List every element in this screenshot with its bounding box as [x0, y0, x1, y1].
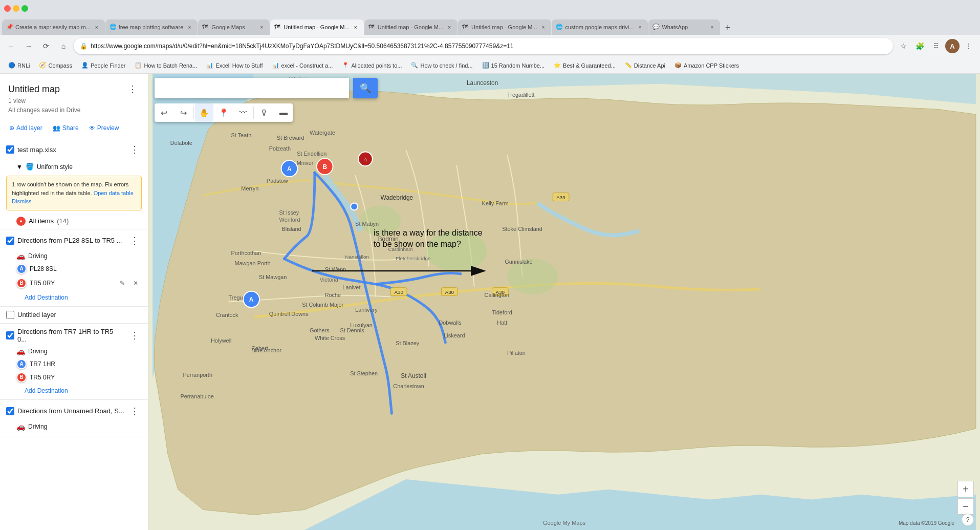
- tab-title-3: Google Maps: [211, 24, 255, 30]
- tab-whatsapp[interactable]: 💬 WhatsApp ×: [648, 19, 720, 35]
- tab-untitled-map-5[interactable]: 🗺 Untitled map - Google M... ×: [364, 19, 458, 35]
- minimize-button[interactable]: [13, 5, 19, 12]
- redo-tool-button[interactable]: ↪: [174, 103, 192, 122]
- layer-kebab-test-map[interactable]: ⋮: [127, 142, 142, 157]
- svg-marker-83: [471, 266, 486, 276]
- tab-close-7[interactable]: ×: [636, 23, 644, 31]
- add-destination-1[interactable]: Add Destination: [25, 293, 68, 302]
- svg-text:A30: A30: [445, 289, 454, 295]
- tab-close-4[interactable]: ×: [352, 23, 360, 31]
- bookmark-allocated-points[interactable]: 📍 Allocated points to...: [338, 59, 406, 72]
- forward-button[interactable]: →: [21, 39, 36, 53]
- pan-tool-button[interactable]: ✋: [195, 103, 213, 122]
- dismiss-link[interactable]: Dismiss: [12, 198, 32, 204]
- bookmark-compass[interactable]: 🧭 Compass: [35, 59, 76, 72]
- help-button[interactable]: ?: [962, 514, 974, 526]
- bookmark-distance-api[interactable]: 📏 Distance Api: [621, 59, 669, 72]
- map-kebab-menu[interactable]: ⋮: [125, 82, 140, 96]
- directions-kebab-1[interactable]: ⋮: [127, 234, 142, 248]
- add-marker-button[interactable]: 📍: [214, 103, 233, 122]
- tab-custom-maps[interactable]: 🌐 custom google maps drivi... ×: [552, 19, 648, 35]
- ruler-button[interactable]: ▬: [274, 103, 293, 122]
- directions-checkbox-3[interactable]: [6, 407, 14, 415]
- open-data-table-link[interactable]: Open data table: [94, 190, 134, 196]
- bookmark-amazon-cpp[interactable]: 📦 Amazon CPP Stickers: [670, 59, 743, 72]
- tab-favicon-1: 📌: [6, 24, 13, 31]
- annotation-arrow-svg: [312, 256, 486, 286]
- zoom-out-button[interactable]: −: [957, 498, 974, 515]
- bookmark-people-finder[interactable]: 👤 People Finder: [77, 59, 130, 72]
- tool-divider-2: [253, 107, 254, 119]
- share-button[interactable]: 👥 Share: [50, 122, 82, 134]
- zoom-in-button[interactable]: +: [957, 481, 974, 497]
- reload-button[interactable]: ⟳: [39, 39, 53, 53]
- tab-close-6[interactable]: ×: [539, 23, 547, 31]
- bookmark-favicon-compass: 🧭: [39, 62, 46, 69]
- preview-button[interactable]: 👁 Preview: [86, 122, 122, 134]
- bookmark-excel-construct[interactable]: 📊 excel - Construct a...: [268, 59, 337, 72]
- apps-button[interactable]: ⠿: [929, 39, 943, 53]
- waypoint-b-1: B TR5 0RY ✎ ✕: [0, 275, 148, 291]
- svg-text:St Mawgan: St Mawgan: [259, 274, 287, 280]
- tab-google-maps[interactable]: 🗺 Google Maps ×: [198, 19, 270, 35]
- tab-untitled-map-active[interactable]: 🗺 Untitled map - Google M... ×: [270, 19, 363, 35]
- svg-text:A: A: [287, 165, 292, 173]
- tab-close-5[interactable]: ×: [445, 23, 453, 31]
- waypoint-b-2: B TR5 0RY: [0, 371, 148, 384]
- all-items-count: (14): [57, 217, 69, 225]
- map-search-button[interactable]: 🔍: [353, 78, 378, 98]
- delete-waypoint-b-1[interactable]: ✕: [129, 277, 142, 289]
- tab-close-3[interactable]: ×: [257, 23, 266, 31]
- extensions-button[interactable]: 🧩: [912, 39, 927, 53]
- map-view-count: 1 view: [8, 97, 140, 104]
- filter-button[interactable]: ⊽: [255, 103, 273, 122]
- layer-header-test-map[interactable]: test map.xlsx ⋮: [0, 138, 148, 161]
- svg-text:St Blazey: St Blazey: [396, 340, 419, 346]
- close-button[interactable]: [4, 5, 11, 12]
- directions-header-2: Directions from TR7 1HR to TR5 0... ⋮: [0, 324, 148, 345]
- edit-waypoint-b-1[interactable]: ✎: [116, 277, 128, 289]
- tab-free-map[interactable]: 🌐 free map plotting software ×: [105, 19, 198, 35]
- toolbar-icons: ☆ 🧩 ⠿ A ⋮: [896, 39, 976, 53]
- maximize-button[interactable]: [21, 5, 28, 12]
- map-search-input[interactable]: [155, 78, 349, 98]
- bookmark-star-button[interactable]: ☆: [896, 39, 910, 53]
- omnibox[interactable]: 🔒 https://www.google.com/maps/d/u/0/edit…: [74, 38, 893, 54]
- driving-label-2: Driving: [28, 348, 47, 355]
- saved-status: All changes saved in Drive: [8, 107, 140, 114]
- untitled-layer-checkbox[interactable]: [6, 311, 14, 319]
- svg-text:Hatt: Hatt: [497, 320, 507, 326]
- back-button[interactable]: ←: [4, 39, 18, 53]
- settings-button[interactable]: ⋮: [962, 39, 976, 53]
- tab-close-2[interactable]: ×: [185, 23, 193, 31]
- bookmark-random-numbers[interactable]: 🔢 15 Random Numbe...: [478, 59, 549, 72]
- tab-close-8[interactable]: ×: [708, 23, 716, 31]
- error-box: 1 row couldn't be shown on the map. Fix …: [6, 176, 142, 210]
- waypoint-marker-a-1: A: [16, 264, 27, 274]
- profile-avatar[interactable]: A: [945, 39, 960, 53]
- map-area[interactable]: A30 A30 A30 A39 Boscastle Otterham Warbs…: [148, 74, 980, 530]
- svg-text:Mawgan Porth: Mawgan Porth: [235, 260, 271, 266]
- directions-kebab-2[interactable]: ⋮: [127, 328, 142, 343]
- directions-kebab-3[interactable]: ⋮: [127, 404, 142, 418]
- map-watermark: Google My Maps: [543, 520, 585, 526]
- directions-checkbox-1[interactable]: [6, 237, 14, 245]
- bookmark-rnli[interactable]: 🔵 RNLi: [4, 59, 34, 72]
- bookmark-batch-rename[interactable]: 📋 How to Batch Rena...: [130, 59, 201, 72]
- layer-checkbox-test-map[interactable]: [6, 145, 14, 154]
- new-tab-button[interactable]: +: [721, 20, 735, 35]
- home-button[interactable]: ⌂: [56, 39, 71, 53]
- add-destination-2[interactable]: Add Destination: [25, 386, 68, 395]
- directions-checkbox-2[interactable]: [6, 331, 14, 340]
- bookmark-excel-stuff[interactable]: 📊 Excell How to Stuff: [202, 59, 267, 72]
- tab-close-1[interactable]: ×: [93, 23, 101, 31]
- draw-line-button[interactable]: 〰: [234, 103, 252, 122]
- tab-untitled-map-6[interactable]: 🗺 Untitled map - Google M... ×: [458, 19, 551, 35]
- svg-text:Quintrell Downs: Quintrell Downs: [269, 311, 309, 317]
- undo-tool-button[interactable]: ↩: [155, 103, 173, 122]
- bookmark-how-to-check[interactable]: 🔍 How to check / find...: [407, 59, 476, 72]
- tab-create-map[interactable]: 📌 Create a map: easily map m... ×: [2, 19, 105, 35]
- untitled-layer-section: Untitled layer: [0, 307, 148, 324]
- bookmark-best-guaranteed[interactable]: ⭐ Best & Guaranteed...: [550, 59, 620, 72]
- add-layer-button[interactable]: ⊕ Add layer: [6, 122, 46, 134]
